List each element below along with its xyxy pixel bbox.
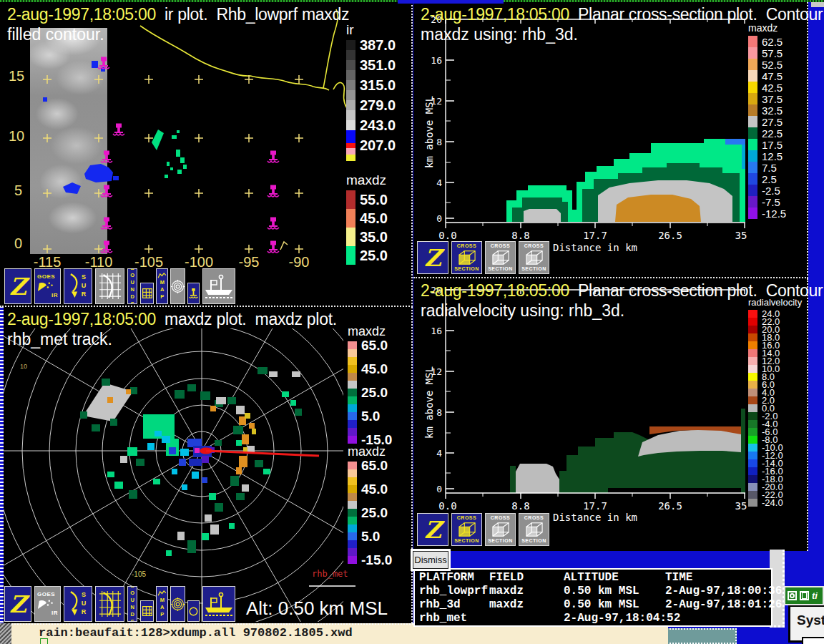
cross-section-button-1[interactable]: CROSS SECTION	[451, 241, 482, 274]
ir-label: IR	[52, 610, 58, 617]
bounds-button[interactable]: BOUNDS	[127, 268, 137, 304]
lat-tick: 5	[14, 182, 22, 199]
system-window[interactable]: Syste	[788, 605, 824, 643]
colorbar-swatch	[748, 116, 757, 127]
colorbar-swatch	[748, 412, 757, 420]
colorbar-label: -15.0	[361, 552, 392, 568]
colorbar-segment: 45.0	[348, 365, 392, 373]
grid-overlay-button[interactable]	[140, 600, 154, 622]
cross-section-button-2[interactable]: CROSS SECTION	[485, 513, 516, 546]
cross-section-button-3[interactable]: CROSS SECTION	[519, 513, 549, 546]
cross-section-button-2[interactable]: CROSS SECTION	[485, 241, 516, 274]
colorbar-label: 25.0	[360, 248, 388, 264]
colorbar-segment: 57.5	[748, 47, 786, 59]
section-label: SECTION	[488, 538, 513, 544]
buoy-button[interactable]	[187, 283, 200, 304]
colorbar-segment: 32.5	[748, 104, 786, 116]
zeb-logo-button[interactable]: Z	[4, 268, 31, 304]
table-cell: TIME	[665, 571, 771, 585]
grid-label: 10	[20, 363, 27, 370]
colorbar-segment	[346, 155, 396, 161]
colorbar-swatch	[748, 127, 757, 139]
colorbar-label: 52.5	[762, 59, 783, 71]
colorbar-ir: ir387.0351.0315.0279.0243.0207.0	[346, 22, 396, 161]
track-legend-label: rhb_met	[312, 569, 348, 579]
range-rings-button[interactable]	[170, 586, 185, 622]
radar-grid-button[interactable]	[95, 268, 124, 304]
colorbar-swatch	[348, 493, 357, 501]
bounds-button[interactable]: BOUNDS	[127, 586, 137, 622]
colorbar-segment: 45.0	[348, 485, 392, 493]
taskbar-box[interactable]	[667, 628, 737, 644]
goes-ir-button[interactable]: GOES IR	[34, 586, 61, 622]
colorbar-swatch	[748, 185, 757, 196]
plot-time: 2-aug-1997,18:05:00	[7, 310, 156, 328]
colorbar-swatch	[748, 491, 757, 499]
zeb-logo-button[interactable]: Z	[417, 513, 448, 546]
colorbar-segment: -12.5	[748, 208, 786, 219]
plot-time: 2-aug-1997,18:05:00	[421, 5, 569, 24]
panel-maxdz-ppi: 2-aug-1997,18:05:00 maxdz plot. maxdz pl…	[0, 307, 413, 623]
goes-ir-button[interactable]: GOES IR	[34, 268, 61, 304]
zeb-logo-button[interactable]: Z	[4, 586, 31, 622]
table-cell	[665, 612, 771, 625]
radar-dish-icon	[69, 590, 80, 618]
window-iconify-icon[interactable]	[800, 591, 809, 600]
range-rings-button[interactable]	[170, 268, 185, 304]
colorbar-segment: -7.5	[748, 196, 786, 208]
y-tick: 16	[425, 326, 442, 336]
colorbar-segment: 22.5	[748, 127, 786, 139]
colorbar-swatch	[348, 412, 357, 420]
colorbar-swatch	[748, 326, 757, 333]
colorbar-swatch	[348, 556, 357, 564]
time-window-title: ti	[812, 590, 818, 601]
surface-radar-button[interactable]: SUR	[64, 586, 92, 622]
colorbar-swatch	[748, 396, 757, 404]
colorbar-swatch	[348, 428, 357, 436]
colorbar-maxdz-1: maxdz65.045.025.05.0-15.0	[348, 324, 392, 444]
ship-track-button[interactable]	[202, 268, 235, 304]
zeb-logo-button[interactable]: Z	[417, 241, 448, 274]
colorbar-label: 17.5	[762, 139, 783, 151]
colorbar-label: 45.0	[361, 361, 388, 377]
colorbar-swatch	[346, 120, 355, 130]
lat-tick: 0	[14, 235, 22, 252]
x-tick: 0.0	[438, 230, 456, 241]
lon-tick: -95	[239, 254, 260, 270]
x-tick: 0.0	[438, 500, 456, 512]
colorbar-label: 2.5	[762, 173, 777, 185]
colorbar-segment: 27.5	[748, 116, 786, 127]
colorbar-label: 32.5	[762, 104, 783, 117]
cross-section-button-1[interactable]: CROSS SECTION	[451, 513, 482, 546]
range-rings-icon	[171, 280, 185, 293]
map-button[interactable]: MAP	[156, 586, 168, 622]
terminal-scrollbar[interactable]	[0, 623, 11, 644]
coastline	[140, 26, 329, 90]
lon-tick: -90	[289, 254, 310, 270]
colorbar-segment: -15.0	[348, 436, 392, 444]
dismiss-button[interactable]: Dismiss	[413, 551, 448, 569]
colorbar-swatch	[346, 190, 355, 209]
colorbar-swatch	[348, 525, 357, 532]
colorbar-swatch	[348, 404, 357, 412]
cross-section-button-3[interactable]: CROSS SECTION	[519, 241, 549, 274]
colorbar-swatch	[748, 93, 757, 104]
satellite-dish-icon	[37, 280, 57, 293]
surface-radar-button[interactable]: SUR	[64, 268, 92, 304]
panel-title-line2: radialvelocity using: rhb_3d.	[421, 301, 624, 321]
colorbar-swatch	[748, 82, 757, 93]
colorbar-swatch	[748, 404, 757, 412]
circle-overlay-button[interactable]	[187, 600, 200, 622]
ship-track-button[interactable]	[202, 586, 235, 622]
zeb-logo: Z	[424, 246, 441, 270]
terminal-prompt: rain:beaufait:128>xdump.all 970802.1805.…	[39, 626, 353, 640]
grid-overlay-button[interactable]	[140, 283, 154, 304]
system-window-field[interactable]	[802, 637, 824, 644]
window-menu-icon[interactable]	[788, 591, 797, 600]
map-label: MAP	[160, 279, 165, 301]
colorbar-label: 42.5	[762, 82, 783, 94]
map-button[interactable]: MAP	[156, 268, 168, 304]
colorbar-label: -7.5	[762, 196, 780, 208]
radar-grid-button[interactable]	[95, 586, 124, 622]
time-window-titlebar[interactable]: ti	[784, 586, 824, 605]
